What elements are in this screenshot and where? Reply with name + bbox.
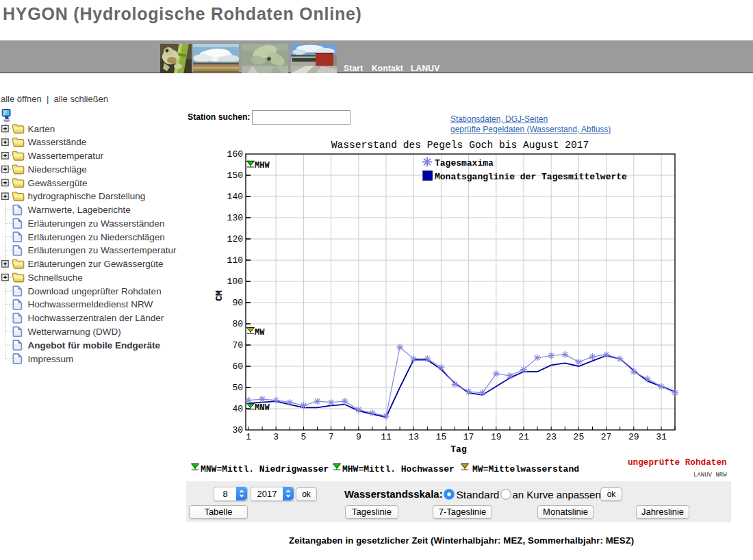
svg-text:CM: CM — [214, 290, 225, 301]
svg-text:MW=Mittelwasserstand: MW=Mittelwasserstand — [472, 464, 579, 474]
svg-text:MW: MW — [255, 328, 265, 338]
svg-text:21: 21 — [518, 432, 529, 442]
svg-text:80: 80 — [232, 319, 243, 329]
svg-text:27: 27 — [601, 432, 612, 442]
svg-text:MHW=Mittl. Hochwasser: MHW=Mittl. Hochwasser — [342, 464, 455, 474]
svg-text:MHW: MHW — [255, 161, 270, 170]
svg-text:MNW: MNW — [255, 403, 270, 413]
svg-text:Tag: Tag — [450, 444, 467, 455]
svg-text:150: 150 — [227, 170, 243, 181]
svg-text:100: 100 — [227, 277, 243, 287]
svg-text:130: 130 — [227, 213, 243, 223]
svg-text:40: 40 — [232, 404, 243, 414]
svg-text:13: 13 — [408, 432, 419, 442]
svg-text:11: 11 — [381, 432, 392, 442]
svg-text:140: 140 — [227, 192, 243, 202]
svg-text:19: 19 — [491, 432, 502, 442]
svg-text:5: 5 — [301, 432, 306, 442]
svg-text:15: 15 — [436, 432, 447, 442]
svg-text:25: 25 — [574, 432, 585, 442]
svg-text:23: 23 — [546, 432, 557, 442]
svg-text:MNW=Mittl. Niedrigwasser: MNW=Mittl. Niedrigwasser — [201, 464, 329, 474]
svg-text:7: 7 — [329, 432, 334, 442]
svg-text:31: 31 — [656, 432, 667, 442]
svg-text:Wasserstand des Pegels Goch bi: Wasserstand des Pegels Goch bis August 2… — [331, 140, 589, 151]
svg-text:Monatsganglinie der Tagesmitte: Monatsganglinie der Tagesmittelwerte — [435, 172, 627, 182]
svg-text:120: 120 — [227, 234, 243, 244]
svg-text:110: 110 — [227, 255, 243, 266]
svg-text:1: 1 — [246, 432, 251, 442]
svg-text:160: 160 — [227, 149, 243, 160]
svg-text:9: 9 — [356, 432, 361, 442]
svg-text:90: 90 — [232, 298, 243, 308]
svg-text:50: 50 — [232, 383, 243, 393]
svg-text:60: 60 — [232, 361, 243, 372]
svg-text:3: 3 — [273, 432, 279, 442]
svg-text:70: 70 — [232, 340, 243, 351]
svg-text:29: 29 — [628, 432, 639, 442]
svg-text:Tagesmaxima: Tagesmaxima — [435, 158, 494, 168]
svg-text:30: 30 — [232, 425, 243, 435]
svg-text:17: 17 — [463, 432, 474, 442]
